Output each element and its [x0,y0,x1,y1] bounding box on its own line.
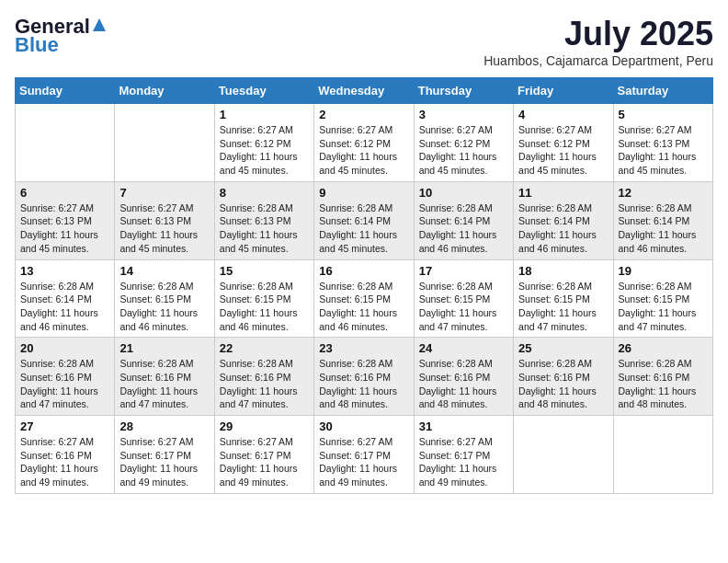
day-info: Sunrise: 6:28 AM Sunset: 6:15 PM Dayligh… [518,280,608,334]
title-area: July 2025 Huambos, Cajamarca Department,… [483,15,713,68]
day-info: Sunrise: 6:27 AM Sunset: 6:17 PM Dayligh… [419,435,508,489]
day-info: Sunrise: 6:28 AM Sunset: 6:15 PM Dayligh… [419,280,508,334]
day-number: 20 [20,341,109,355]
table-row: 25Sunrise: 6:28 AM Sunset: 6:16 PM Dayli… [514,338,613,416]
table-row: 15Sunrise: 6:28 AM Sunset: 6:15 PM Dayli… [214,259,313,338]
table-row: 4Sunrise: 6:27 AM Sunset: 6:12 PM Daylig… [514,104,613,182]
table-row: 26Sunrise: 6:28 AM Sunset: 6:16 PM Dayli… [613,338,712,416]
table-row: 27Sunrise: 6:27 AM Sunset: 6:16 PM Dayli… [16,416,115,494]
day-number: 11 [518,186,608,200]
day-info: Sunrise: 6:27 AM Sunset: 6:16 PM Dayligh… [20,435,109,489]
day-number: 13 [20,264,109,278]
table-row: 7Sunrise: 6:27 AM Sunset: 6:13 PM Daylig… [115,181,214,259]
day-info: Sunrise: 6:27 AM Sunset: 6:17 PM Dayligh… [220,435,309,489]
day-number: 26 [619,341,708,355]
table-row: 8Sunrise: 6:28 AM Sunset: 6:13 PM Daylig… [214,181,313,259]
day-info: Sunrise: 6:27 AM Sunset: 6:17 PM Dayligh… [119,435,209,489]
day-number: 19 [619,264,708,278]
day-number: 8 [220,186,309,200]
day-info: Sunrise: 6:28 AM Sunset: 6:16 PM Dayligh… [518,357,608,411]
day-info: Sunrise: 6:28 AM Sunset: 6:14 PM Dayligh… [619,201,708,256]
logo-blue: Blue [15,33,59,57]
day-number: 1 [220,108,309,121]
day-number: 25 [518,341,608,355]
table-row: 14Sunrise: 6:28 AM Sunset: 6:15 PM Dayli… [115,259,214,338]
day-info: Sunrise: 6:28 AM Sunset: 6:16 PM Dayligh… [619,357,708,411]
day-number: 12 [619,186,708,200]
calendar-header-row: Sunday Monday Tuesday Wednesday Thursday… [16,78,713,104]
table-row: 17Sunrise: 6:28 AM Sunset: 6:15 PM Dayli… [414,259,513,338]
day-number: 15 [220,264,309,278]
day-number: 16 [319,264,408,278]
day-info: Sunrise: 6:28 AM Sunset: 6:14 PM Dayligh… [518,201,608,256]
table-row: 6Sunrise: 6:27 AM Sunset: 6:13 PM Daylig… [16,181,115,259]
day-number: 30 [319,419,408,433]
table-row: 24Sunrise: 6:28 AM Sunset: 6:16 PM Dayli… [414,338,513,416]
day-info: Sunrise: 6:27 AM Sunset: 6:17 PM Dayligh… [319,435,408,489]
table-row: 23Sunrise: 6:28 AM Sunset: 6:16 PM Dayli… [314,338,414,416]
page-header: General Blue July 2025 Huambos, Cajamarc… [15,15,713,68]
day-info: Sunrise: 6:27 AM Sunset: 6:12 PM Dayligh… [419,123,508,178]
day-number: 28 [119,419,209,433]
day-number: 2 [319,108,408,121]
day-number: 4 [518,108,608,121]
table-row: 13Sunrise: 6:28 AM Sunset: 6:14 PM Dayli… [16,259,115,338]
day-info: Sunrise: 6:28 AM Sunset: 6:14 PM Dayligh… [319,201,408,256]
col-saturday: Saturday [613,78,712,104]
table-row: 20Sunrise: 6:28 AM Sunset: 6:16 PM Dayli… [16,338,115,416]
day-number: 21 [119,341,209,355]
table-row: 5Sunrise: 6:27 AM Sunset: 6:13 PM Daylig… [613,104,712,182]
calendar-table: Sunday Monday Tuesday Wednesday Thursday… [15,77,713,494]
table-row: 21Sunrise: 6:28 AM Sunset: 6:16 PM Dayli… [115,338,214,416]
day-number: 9 [319,186,408,200]
day-info: Sunrise: 6:28 AM Sunset: 6:15 PM Dayligh… [319,280,408,334]
table-row: 12Sunrise: 6:28 AM Sunset: 6:14 PM Dayli… [613,181,712,259]
svg-marker-0 [93,18,106,31]
col-friday: Friday [514,78,613,104]
day-number: 31 [419,419,508,433]
logo: General Blue [15,15,108,57]
table-row: 10Sunrise: 6:28 AM Sunset: 6:14 PM Dayli… [414,181,513,259]
day-number: 22 [220,341,309,355]
col-tuesday: Tuesday [214,78,313,104]
day-number: 14 [119,264,209,278]
logo-triangle-icon [91,17,108,33]
day-info: Sunrise: 6:28 AM Sunset: 6:14 PM Dayligh… [20,280,109,334]
day-number: 6 [20,186,109,200]
day-number: 29 [220,419,309,433]
table-row: 2Sunrise: 6:27 AM Sunset: 6:12 PM Daylig… [314,104,414,182]
day-info: Sunrise: 6:28 AM Sunset: 6:16 PM Dayligh… [20,357,109,411]
day-info: Sunrise: 6:28 AM Sunset: 6:16 PM Dayligh… [220,357,309,411]
table-row: 18Sunrise: 6:28 AM Sunset: 6:15 PM Dayli… [514,259,613,338]
day-number: 7 [119,186,209,200]
day-info: Sunrise: 6:27 AM Sunset: 6:13 PM Dayligh… [119,201,209,256]
col-sunday: Sunday [16,78,115,104]
day-info: Sunrise: 6:28 AM Sunset: 6:15 PM Dayligh… [220,280,309,334]
day-info: Sunrise: 6:27 AM Sunset: 6:12 PM Dayligh… [220,123,309,178]
table-row: 19Sunrise: 6:28 AM Sunset: 6:15 PM Dayli… [613,259,712,338]
day-info: Sunrise: 6:28 AM Sunset: 6:16 PM Dayligh… [119,357,209,411]
table-row: 30Sunrise: 6:27 AM Sunset: 6:17 PM Dayli… [314,416,414,494]
table-row: 3Sunrise: 6:27 AM Sunset: 6:12 PM Daylig… [414,104,513,182]
day-number: 5 [619,108,708,121]
table-row: 28Sunrise: 6:27 AM Sunset: 6:17 PM Dayli… [115,416,214,494]
day-number: 10 [419,186,508,200]
table-row [115,104,214,182]
day-info: Sunrise: 6:28 AM Sunset: 6:16 PM Dayligh… [419,357,508,411]
month-title: July 2025 [483,15,713,53]
day-info: Sunrise: 6:27 AM Sunset: 6:12 PM Dayligh… [319,123,408,178]
day-info: Sunrise: 6:28 AM Sunset: 6:16 PM Dayligh… [319,357,408,411]
table-row [514,416,613,494]
col-monday: Monday [115,78,214,104]
day-number: 23 [319,341,408,355]
col-thursday: Thursday [414,78,513,104]
subtitle: Huambos, Cajamarca Department, Peru [483,53,713,68]
table-row: 22Sunrise: 6:28 AM Sunset: 6:16 PM Dayli… [214,338,313,416]
table-row [16,104,115,182]
table-row: 9Sunrise: 6:28 AM Sunset: 6:14 PM Daylig… [314,181,414,259]
day-number: 18 [518,264,608,278]
day-info: Sunrise: 6:28 AM Sunset: 6:13 PM Dayligh… [220,201,309,256]
table-row: 11Sunrise: 6:28 AM Sunset: 6:14 PM Dayli… [514,181,613,259]
col-wednesday: Wednesday [314,78,414,104]
day-info: Sunrise: 6:28 AM Sunset: 6:15 PM Dayligh… [619,280,708,334]
